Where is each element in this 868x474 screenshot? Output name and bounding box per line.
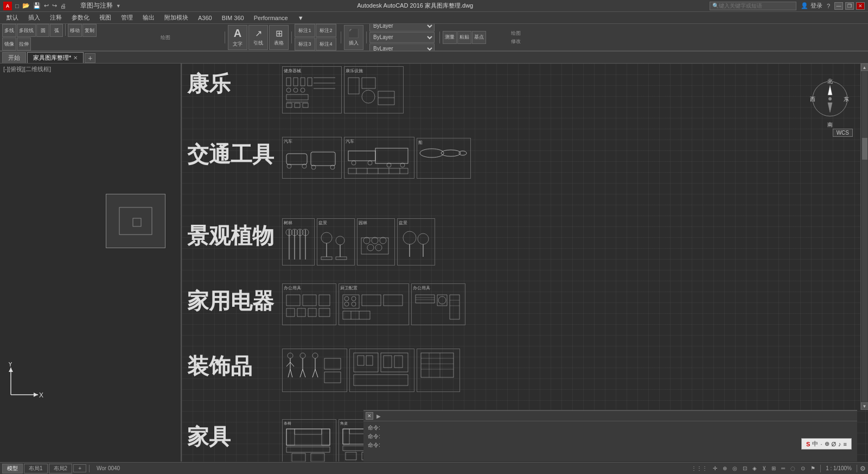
add-tab-button[interactable]: + bbox=[85, 53, 95, 63]
arc-btn[interactable]: 弧 bbox=[50, 24, 63, 37]
qat-undo-icon[interactable]: ↩ bbox=[44, 2, 49, 9]
menu-manage[interactable]: 管理 bbox=[117, 12, 137, 23]
plant-svg-1 bbox=[284, 227, 311, 262]
search-input[interactable] bbox=[719, 3, 794, 9]
menu-view[interactable]: 视图 bbox=[95, 12, 116, 23]
scroll-down-btn[interactable]: ▼ bbox=[861, 402, 869, 410]
kangle-fitness-block: 健身器械 bbox=[282, 66, 342, 113]
qat-new-icon[interactable]: □ bbox=[15, 3, 19, 9]
multiline-btn[interactable]: 多线 bbox=[2, 24, 16, 37]
menu-default[interactable]: 默认 bbox=[2, 12, 23, 23]
svg-rect-13 bbox=[286, 94, 308, 100]
appliance-svg-1 bbox=[284, 292, 333, 322]
qat-open-icon[interactable]: 📂 bbox=[22, 2, 30, 9]
text-btn[interactable]: A 文字 bbox=[228, 25, 247, 50]
svg-point-92 bbox=[438, 296, 446, 304]
status-transparency[interactable]: ◌ bbox=[788, 465, 797, 471]
draw-group: 多线 多段线 圆 弧 移动 复制 镜像 拉伸 绘图 bbox=[2, 24, 220, 50]
mirror-btn[interactable]: 镜像 bbox=[2, 37, 16, 50]
dim4-btn[interactable]: 标注4 bbox=[316, 37, 336, 50]
leader-btn[interactable]: ↗ 引线 bbox=[248, 25, 268, 50]
dropdown-arrow[interactable]: ▼ bbox=[116, 3, 121, 9]
circle-btn[interactable]: 圆 bbox=[36, 24, 49, 37]
minimize-button[interactable]: — bbox=[834, 2, 843, 10]
ime-keyboard[interactable]: Ø bbox=[832, 441, 837, 447]
menu-parametric[interactable]: 参数化 bbox=[67, 12, 94, 23]
base-point-btn[interactable]: 基点 bbox=[472, 31, 486, 44]
scroll-thumb[interactable] bbox=[862, 138, 867, 160]
svg-point-79 bbox=[344, 296, 349, 301]
table-btn[interactable]: ⊞ 表格 bbox=[269, 25, 289, 50]
canvas-area[interactable]: 康乐 健身器械 bbox=[182, 64, 868, 462]
status-select-cycle[interactable]: ⊙ bbox=[799, 465, 807, 471]
svg-point-45 bbox=[441, 150, 461, 156]
status-3dosnap[interactable]: ◈ bbox=[750, 465, 759, 471]
color-select[interactable]: ByLayer bbox=[369, 32, 435, 43]
scroll-up-btn[interactable]: ▲ bbox=[861, 64, 869, 71]
user-icon[interactable]: 👤 bbox=[801, 2, 808, 9]
status-polar[interactable]: ◎ bbox=[730, 465, 739, 471]
insert-btn[interactable]: ⬛ 插入 bbox=[344, 25, 363, 50]
ime-mic[interactable]: ♪ bbox=[838, 441, 841, 447]
status-ortho[interactable]: ⊕ bbox=[720, 465, 729, 471]
restore-button[interactable]: ❐ bbox=[845, 2, 854, 10]
status-ducs[interactable]: ⊞ bbox=[769, 465, 778, 471]
svg-rect-111 bbox=[324, 372, 341, 383]
close-button[interactable]: ✕ bbox=[856, 2, 865, 10]
qat-save-icon[interactable]: 💾 bbox=[33, 2, 41, 9]
menu-insert[interactable]: 插入 bbox=[24, 12, 44, 23]
scroll-track[interactable] bbox=[862, 72, 867, 402]
plant-svg-2 bbox=[318, 227, 351, 262]
tab-start[interactable]: 开始 bbox=[2, 52, 26, 63]
status-grid[interactable]: ⋮⋮⋮ bbox=[689, 465, 710, 471]
menu-output[interactable]: 输出 bbox=[138, 12, 159, 23]
wcs-label[interactable]: WCS bbox=[833, 129, 853, 137]
tab-active[interactable]: 家具图库整理* ✕ bbox=[27, 52, 84, 63]
polyline-btn[interactable]: 多段线 bbox=[17, 24, 36, 37]
move-btn[interactable]: 移动 bbox=[68, 24, 82, 37]
ime-chinese[interactable]: 中 bbox=[812, 440, 818, 448]
cmd-toggle[interactable]: ✕ bbox=[366, 412, 373, 420]
dim3-btn[interactable]: 标注3 bbox=[295, 37, 315, 50]
dim1-btn[interactable]: 标注1 bbox=[295, 24, 315, 37]
add-layout-btn[interactable]: + bbox=[73, 464, 86, 472]
help-icon[interactable]: ? bbox=[827, 3, 830, 9]
menu-addons[interactable]: 附加模块 bbox=[160, 12, 193, 23]
layout2-tab[interactable]: 布局2 bbox=[49, 464, 73, 473]
status-osnap[interactable]: ⊡ bbox=[741, 465, 749, 471]
paste-btn[interactable]: 粘贴 bbox=[457, 31, 471, 44]
status-anno-monitor[interactable]: ⚑ bbox=[808, 465, 818, 471]
menu-bim360[interactable]: BIM 360 bbox=[218, 14, 248, 22]
qat-print-icon[interactable]: 🖨 bbox=[60, 3, 66, 9]
svg-rect-84 bbox=[384, 295, 403, 306]
qat-redo-icon[interactable]: ↪ bbox=[52, 2, 57, 9]
menu-a360[interactable]: A360 bbox=[194, 14, 216, 22]
login-label[interactable]: 登录 bbox=[810, 2, 822, 10]
tab-close-icon[interactable]: ✕ bbox=[73, 55, 78, 61]
menu-annotation[interactable]: 注释 bbox=[46, 12, 66, 23]
svg-rect-17 bbox=[303, 103, 308, 108]
ime-globe[interactable]: ⊕ bbox=[825, 440, 829, 447]
linetype-select[interactable]: ByLayer bbox=[369, 43, 435, 52]
svg-rect-114 bbox=[366, 356, 373, 365]
status-snap[interactable]: ✛ bbox=[711, 465, 719, 471]
svg-rect-9 bbox=[308, 78, 312, 86]
stretch-btn[interactable]: 拉伸 bbox=[17, 37, 31, 50]
appliance-label-3: 办公用具 bbox=[413, 285, 464, 291]
status-linewidth[interactable]: ═ bbox=[779, 465, 787, 471]
copy-btn[interactable]: 复制 bbox=[82, 24, 97, 37]
dim2-btn[interactable]: 标注2 bbox=[316, 24, 336, 37]
svg-marker-2 bbox=[9, 368, 13, 372]
svg-point-62 bbox=[363, 237, 370, 244]
model-tab[interactable]: 模型 bbox=[2, 464, 23, 473]
jiayong-label: 家用电器 bbox=[187, 281, 282, 316]
status-track[interactable]: ⊻ bbox=[760, 465, 768, 471]
add-tab-icon: + bbox=[88, 54, 92, 62]
layout1-tab[interactable]: 布局1 bbox=[24, 464, 48, 473]
settings-icon[interactable]: ⚙ bbox=[860, 465, 866, 472]
ime-menu[interactable]: ≡ bbox=[844, 441, 847, 447]
menu-performance[interactable]: Performance bbox=[250, 14, 292, 22]
layer-select[interactable]: ByLayer bbox=[369, 24, 435, 31]
menu-more[interactable]: ▼ bbox=[293, 14, 308, 22]
measure-btn[interactable]: 测量 bbox=[443, 31, 457, 44]
